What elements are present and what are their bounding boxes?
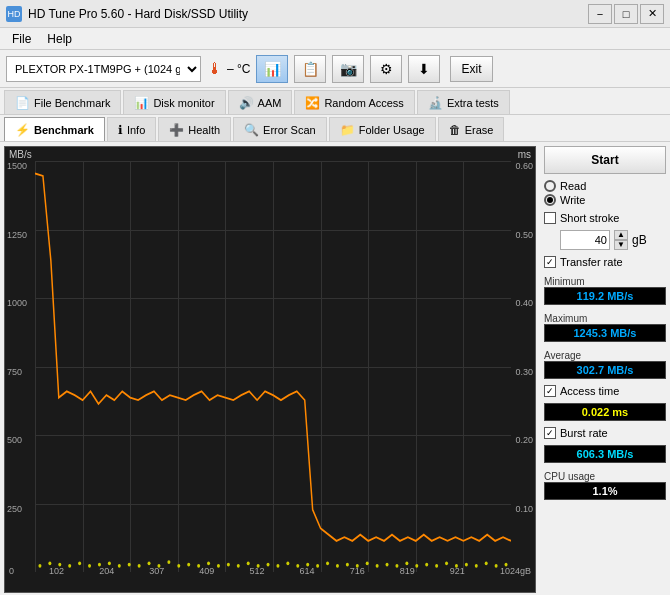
tab-error-scan[interactable]: 🔍 Error Scan <box>233 117 327 141</box>
maximum-section: Maximum 1245.3 MB/s <box>544 311 666 342</box>
short-stroke-spinner: ▲ ▼ <box>614 230 628 250</box>
erase-icon: 🗑 <box>449 123 461 137</box>
toolbar: PLEXTOR PX-1TM9PG + (1024 gB) 🌡 – °C 📊 📋… <box>0 50 670 88</box>
read-radio-circle <box>544 180 556 192</box>
aam-icon: 🔊 <box>239 96 254 110</box>
short-stroke-unit: gB <box>632 233 647 247</box>
minimize-button[interactable]: − <box>588 4 612 24</box>
svg-point-41 <box>445 561 448 565</box>
app-icon: HD <box>6 6 22 22</box>
svg-point-17 <box>207 561 210 565</box>
download-toolbar-btn[interactable]: ⬇ <box>408 55 440 83</box>
access-time-box: ✓ <box>544 385 556 397</box>
tab-aam[interactable]: 🔊 AAM <box>228 90 293 114</box>
random-access-icon: 🔀 <box>305 96 320 110</box>
svg-point-4 <box>78 561 81 565</box>
window-controls: − □ ✕ <box>588 4 664 24</box>
burst-rate-checkbox[interactable]: ✓ Burst rate <box>544 427 666 439</box>
chart-y-label: MB/s <box>9 149 32 160</box>
access-time-value: 0.022 ms <box>544 403 666 421</box>
main-content: MB/s ms <box>0 142 670 595</box>
transfer-rate-checkbox[interactable]: ✓ Transfer rate <box>544 256 666 268</box>
tab-disk-monitor[interactable]: 📊 Disk monitor <box>123 90 225 114</box>
window-title: HD Tune Pro 5.60 - Hard Disk/SSD Utility <box>28 7 248 21</box>
x-axis: 0 102 204 307 409 512 614 716 819 921 10… <box>5 566 535 576</box>
temp-value: – °C <box>227 62 250 76</box>
svg-point-29 <box>326 561 329 565</box>
cpu-usage-label: CPU usage <box>544 471 666 482</box>
svg-point-1 <box>48 561 51 565</box>
access-time-checkbox[interactable]: ✓ Access time <box>544 385 666 397</box>
exit-button[interactable]: Exit <box>450 56 492 82</box>
benchmark-toolbar-btn[interactable]: 📊 <box>256 55 288 83</box>
burst-rate-box: ✓ <box>544 427 556 439</box>
maximize-button[interactable]: □ <box>614 4 638 24</box>
svg-point-7 <box>108 561 111 565</box>
svg-point-25 <box>286 561 289 565</box>
svg-point-37 <box>405 561 408 565</box>
chart-area: MB/s ms <box>4 146 536 593</box>
thermometer-icon: 🌡 <box>207 60 223 78</box>
average-value: 302.7 MB/s <box>544 361 666 379</box>
svg-point-33 <box>366 561 369 565</box>
tab-folder-usage[interactable]: 📁 Folder Usage <box>329 117 436 141</box>
close-button[interactable]: ✕ <box>640 4 664 24</box>
right-panel: Start Read Write Short stroke ▲ ▼ gB ✓ <box>540 142 670 595</box>
tab-benchmark[interactable]: ⚡ Benchmark <box>4 117 105 141</box>
chart-svg <box>35 161 511 572</box>
write-radio[interactable]: Write <box>544 194 666 206</box>
maximum-value: 1245.3 MB/s <box>544 324 666 342</box>
info-toolbar-btn[interactable]: 📋 <box>294 55 326 83</box>
minimum-label: Minimum <box>544 276 666 287</box>
tabs-row1: 📄 File Benchmark 📊 Disk monitor 🔊 AAM 🔀 … <box>0 88 670 115</box>
svg-point-13 <box>167 560 170 564</box>
average-label: Average <box>544 350 666 361</box>
menu-help[interactable]: Help <box>39 30 80 48</box>
spin-up-arrow[interactable]: ▲ <box>614 230 628 240</box>
svg-point-11 <box>148 561 151 565</box>
chart-y-right-label: ms <box>518 149 531 160</box>
burst-rate-value: 606.3 MB/s <box>544 445 666 463</box>
svg-point-21 <box>247 561 250 565</box>
tab-extra-tests[interactable]: 🔬 Extra tests <box>417 90 510 114</box>
tab-file-benchmark[interactable]: 📄 File Benchmark <box>4 90 121 114</box>
read-radio[interactable]: Read <box>544 180 666 192</box>
health-icon: ➕ <box>169 123 184 137</box>
title-bar: HD HD Tune Pro 5.60 - Hard Disk/SSD Util… <box>0 0 670 28</box>
minimum-value: 119.2 MB/s <box>544 287 666 305</box>
temp-display: 🌡 – °C <box>207 60 250 78</box>
short-stroke-input[interactable] <box>560 230 610 250</box>
maximum-label: Maximum <box>544 313 666 324</box>
device-select[interactable]: PLEXTOR PX-1TM9PG + (1024 gB) <box>6 56 201 82</box>
svg-point-45 <box>485 561 488 565</box>
y-axis-left: 1500 1250 1000 750 500 250 <box>7 161 27 572</box>
cpu-usage-value: 1.1% <box>544 482 666 500</box>
spin-down-arrow[interactable]: ▼ <box>614 240 628 250</box>
settings-toolbar-btn[interactable]: ⚙ <box>370 55 402 83</box>
info-icon: ℹ <box>118 123 123 137</box>
tab-health[interactable]: ➕ Health <box>158 117 231 141</box>
read-write-group: Read Write <box>544 180 666 206</box>
error-scan-icon: 🔍 <box>244 123 259 137</box>
tab-random-access[interactable]: 🔀 Random Access <box>294 90 414 114</box>
transfer-rate-box: ✓ <box>544 256 556 268</box>
menu-bar: File Help <box>0 28 670 50</box>
disk-monitor-icon: 📊 <box>134 96 149 110</box>
y-axis-right: 0.60 0.50 0.40 0.30 0.20 0.10 <box>515 161 533 572</box>
write-radio-circle <box>544 194 556 206</box>
short-stroke-box <box>544 212 556 224</box>
short-stroke-checkbox[interactable]: Short stroke <box>544 212 666 224</box>
screenshot-toolbar-btn[interactable]: 📷 <box>332 55 364 83</box>
tab-erase[interactable]: 🗑 Erase <box>438 117 505 141</box>
cpu-usage-section: CPU usage 1.1% <box>544 469 666 500</box>
tabs-row2: ⚡ Benchmark ℹ Info ➕ Health 🔍 Error Scan… <box>0 115 670 142</box>
average-section: Average 302.7 MB/s <box>544 348 666 379</box>
start-button[interactable]: Start <box>544 146 666 174</box>
benchmark-icon: ⚡ <box>15 123 30 137</box>
file-benchmark-icon: 📄 <box>15 96 30 110</box>
minimum-section: Minimum 119.2 MB/s <box>544 274 666 305</box>
menu-file[interactable]: File <box>4 30 39 48</box>
tab-info[interactable]: ℹ Info <box>107 117 156 141</box>
folder-usage-icon: 📁 <box>340 123 355 137</box>
extra-tests-icon: 🔬 <box>428 96 443 110</box>
